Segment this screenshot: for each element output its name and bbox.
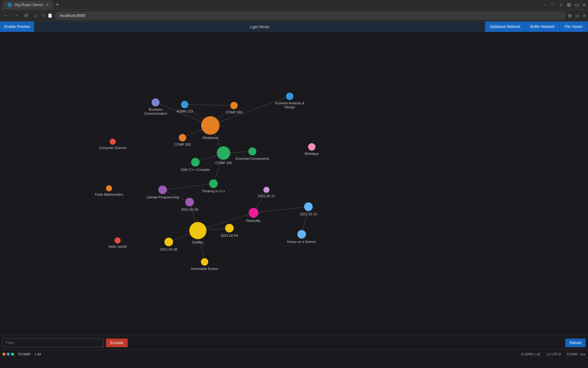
address-bar[interactable] [55,11,566,20]
label-business_comm: Communication [144,112,167,115]
node-computer_science[interactable] [110,139,116,145]
svg-point-40 [164,238,173,246]
tab-icon: 🌐 [7,3,12,7]
node-date_2021_02_08[interactable] [164,238,173,246]
star-icon[interactable]: ☆ [559,2,563,8]
node-hello_world[interactable] [115,237,121,243]
label-date_2021_02_04: 2021-02-04 [221,234,238,237]
status-dot-orange [2,353,6,356]
node-admn233[interactable] [181,101,188,108]
collections-icon[interactable]: ▭ [575,13,579,18]
menu-icon[interactable]: ≡ [583,2,586,8]
address-bar-row: ← → ↺ ⌂ 🛡 📄 ⊞ ▭ ≡ [0,10,588,21]
svg-point-38 [189,222,206,239]
svg-point-22 [181,101,188,108]
label-finite_math: Finite Mathematics [95,193,123,196]
label-essential_components: Essential Components [236,157,270,160]
time-label: 8:18PM 1.42 [521,352,540,356]
label-literate_prog: Literate Programming [146,195,179,199]
file-viewer-tab[interactable]: File Viewer [560,21,588,32]
label-systems_analysis: Systems Analysis & [275,101,305,105]
node-systems_analysis[interactable] [286,93,293,100]
tab-close-button[interactable]: ✕ [46,3,48,7]
buffer-network-tab[interactable]: Buffer Network [526,21,560,32]
svg-point-33 [106,185,112,191]
label-comp200: COMP 200 [174,143,191,146]
node-date_2021_02_13[interactable] [304,202,313,211]
svg-point-43 [201,258,208,266]
svg-point-36 [249,208,258,218]
extensions-icon[interactable]: ⋯ [542,2,547,8]
tab-title: Org Roam Server [14,3,43,7]
label-date_2021_02_08: 2021-02-08 [160,247,177,251]
label-comp268: COMP 268 [226,110,242,114]
tabs-icon[interactable]: ▭ [575,2,579,8]
bookmarks-icon[interactable]: ⊞ [568,13,572,18]
node-birthdays[interactable] [308,143,315,151]
svg-point-29 [308,143,315,151]
node-gnu_cpp[interactable] [191,158,200,167]
label-admn233: ADMN 233 [176,109,193,113]
encoding-label: LF UTF-8 [546,352,561,356]
workspace-label: *EXWM* [18,352,31,356]
node-date_2021_02_11[interactable] [263,187,270,193]
forward-button[interactable]: → [12,12,20,19]
label-kanye: Kanye as a Service [287,240,316,243]
svg-point-37 [304,202,313,211]
status-dots [2,353,14,356]
label-date_2021_02_03: 2021-02-03 [181,208,198,211]
svg-point-34 [185,198,194,206]
node-dotfiles[interactable] [189,222,206,239]
svg-point-35 [263,187,270,193]
security-icon: 🛡 [42,13,45,18]
enable-preview-button[interactable]: Enable Preview [0,21,34,32]
refresh-button[interactable]: ↺ [22,12,29,19]
node-plantuml[interactable] [249,208,258,218]
label-immutable_emacs: Immutable Emacs [191,267,218,270]
favorites-icon[interactable]: ♡ [551,2,555,8]
node-date_2021_02_04[interactable] [225,224,234,232]
node-comp206[interactable] [217,146,230,160]
node-business_comm[interactable] [152,98,160,106]
active-tab[interactable]: 🌐 Org Roam Server ✕ [2,1,53,9]
node-date_2021_02_03[interactable] [185,198,194,206]
node-comp200[interactable] [179,134,186,141]
node-immutable_emacs[interactable] [201,258,208,266]
status-right: 8:18PM 1.42 LF UTF-8 EXWM : line [521,352,586,356]
label-systems_analysis: Design [285,105,295,109]
node-athabasca[interactable] [201,116,220,135]
browser-controls: ⋯ ♡ ☆ ⊞ ▭ ≡ [542,2,586,8]
svg-point-25 [286,93,293,100]
main-menu-icon[interactable]: ≡ [583,13,586,18]
nav-buttons: Database Network Buffer Network File Vie… [485,21,588,32]
svg-point-24 [152,98,160,106]
home-button[interactable]: ⌂ [32,12,39,19]
svg-point-39 [225,224,234,232]
new-tab-button[interactable]: + [55,2,60,8]
label-comp206: COMP 206 [215,161,232,165]
label-date_2021_02_13: 2021-02-13 [300,212,317,216]
node-literate_prog[interactable] [158,186,167,194]
back-button[interactable]: ← [2,12,10,19]
database-network-tab[interactable]: Database Network [485,21,526,32]
node-thinking_cpp[interactable] [209,179,218,188]
node-comp268[interactable] [230,102,238,109]
exclude-button[interactable]: Exclude [106,339,128,347]
node-essential_components[interactable] [248,148,256,155]
svg-point-23 [230,102,238,109]
light-mode-label: Light Mode [250,25,270,29]
svg-point-42 [115,237,121,243]
reload-button[interactable]: Reload [565,339,586,347]
split-view-icon[interactable]: ⊞ [567,2,571,8]
label-thinking_cpp: Thinking in C++ [202,189,225,193]
tab-area: 🌐 Org Roam Server ✕ + [2,1,540,9]
status-dot-green [11,353,14,356]
node-finite_math[interactable] [106,185,112,191]
svg-point-28 [191,158,200,167]
status-dot-blue [7,353,10,356]
node-kanye[interactable] [297,230,306,239]
svg-point-30 [110,139,116,145]
svg-line-19 [185,105,234,105]
status-bar: *EXWM* 1 All 8:18PM 1.42 LF UTF-8 EXWM :… [0,350,588,358]
filter-input[interactable] [2,339,104,347]
